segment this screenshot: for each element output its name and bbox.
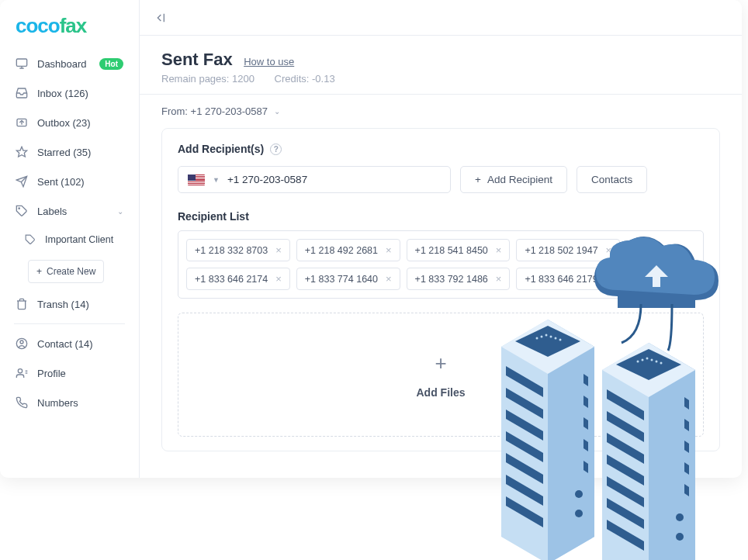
sidebar-item-label: Contact (14) — [37, 338, 123, 350]
content: Sent Fax How to use Remain pages: 1200 C… — [140, 36, 742, 478]
recipient-list: +1 218 332 8703×+1 218 492 2681×+1 218 5… — [178, 230, 704, 299]
divider — [140, 94, 742, 95]
sidebar-item-label: Starred (35) — [37, 147, 123, 158]
plus-icon: + — [36, 266, 42, 277]
remove-recipient-button[interactable]: × — [496, 244, 502, 256]
label-icon — [25, 234, 36, 245]
add-files-dropzone[interactable]: + Add Files — [178, 313, 704, 437]
sidebar-item-profile[interactable]: Profile — [0, 358, 139, 388]
collapse-sidebar-button[interactable] — [151, 7, 172, 29]
recipient-number: +1 833 792 1486 — [415, 274, 488, 285]
recipient-chip: +1 833 774 1640× — [296, 268, 400, 290]
recipient-number: +1 833 774 1640 — [305, 274, 378, 285]
sidebar-item-important-client[interactable]: Important Client — [0, 226, 139, 254]
sidebar-item-label: Labels — [37, 206, 108, 217]
recipient-number: +1 218 541 8450 — [415, 245, 488, 256]
recipient-number: +1 218 492 2681 — [305, 245, 378, 256]
plus-icon: + — [475, 174, 481, 185]
monitor-icon — [16, 57, 28, 70]
remove-recipient-button[interactable]: × — [386, 273, 392, 285]
add-recipient-label: Add Recipient — [487, 174, 552, 185]
from-label: From: +1 270-203-0587 — [161, 105, 268, 117]
recipient-number: +1 833 646 2174 — [195, 274, 268, 285]
add-recipient-button[interactable]: + Add Recipient — [460, 166, 567, 193]
star-icon — [16, 146, 28, 158]
add-files-label: Add Files — [416, 386, 465, 399]
recipient-chip: +1 833 646 2174× — [186, 268, 290, 290]
us-flag-icon — [188, 175, 205, 185]
chevron-down-icon[interactable]: ▼ — [213, 176, 220, 184]
sidebar-item-sent[interactable]: Sent (102) — [0, 167, 139, 196]
create-new-label: Create New — [47, 266, 95, 277]
main: Sent Fax How to use Remain pages: 1200 C… — [140, 0, 742, 478]
create-new-button[interactable]: + Create New — [28, 260, 104, 283]
recipient-phone-input[interactable]: ▼ — [178, 166, 451, 193]
nav: Dashboard Hot Inbox (126) Outbox (23) St… — [0, 49, 139, 478]
chevron-down-icon: ⌄ — [117, 207, 123, 216]
remove-recipient-button[interactable]: × — [386, 244, 392, 256]
svg-point-8 — [19, 208, 19, 209]
chevron-down-icon: ⌄ — [274, 107, 280, 116]
sidebar-item-label: Outbox (23) — [37, 117, 123, 129]
sidebar-item-contact[interactable]: Contact (14) — [0, 329, 139, 358]
recipient-chip: +1 218 502 1947× — [516, 239, 620, 261]
remove-recipient-button[interactable]: × — [275, 244, 282, 256]
logo: cocofax — [0, 0, 139, 49]
sidebar-item-outbox[interactable]: Outbox (23) — [0, 108, 139, 137]
sidebar-item-numbers[interactable]: Numbers — [0, 388, 139, 417]
recipient-chip: +1 218 332 8703× — [186, 239, 290, 261]
recipient-chip: +1 218 492 2681× — [296, 239, 400, 261]
contacts-button[interactable]: Contacts — [577, 166, 647, 193]
recipient-number: +1 218 332 8703 — [195, 245, 268, 256]
sidebar-item-label: Dashboard — [37, 58, 90, 70]
sidebar-item-label: Sent (102) — [37, 176, 123, 188]
recipient-chip: +1 833 792 1486× — [407, 268, 511, 290]
sidebar-item-trash[interactable]: Transh (14) — [0, 289, 139, 319]
recipient-number: +1 833 646 2179 — [525, 274, 597, 285]
add-recipients-title: Add Recipient(s) ? — [178, 143, 704, 155]
section-title-text: Add Recipient(s) — [178, 143, 264, 155]
svg-point-11 — [18, 369, 22, 373]
sidebar-item-label: Profile — [37, 368, 123, 379]
recipient-list-title: Recipient List — [178, 210, 704, 223]
recipient-chip: +1 218 541 8450× — [407, 239, 511, 261]
from-selector[interactable]: From: +1 270-203-0587 ⌄ — [161, 104, 720, 128]
sidebar-item-inbox[interactable]: Inbox (126) — [0, 78, 139, 108]
contacts-label: Contacts — [591, 174, 632, 185]
svg-marker-5 — [16, 147, 26, 157]
hot-badge: Hot — [99, 58, 123, 70]
sidebar-item-labels[interactable]: Labels ⌄ — [0, 196, 139, 226]
page-title: Sent Fax — [161, 50, 233, 69]
recipients-panel: Add Recipient(s) ? ▼ + Add Recipient Con… — [161, 128, 720, 451]
recipient-chip: +1 833 646 2179× — [516, 268, 620, 290]
remain-pages: Remain pages: 1200 — [161, 73, 255, 85]
sidebar-item-label: Transh (14) — [37, 299, 123, 310]
user-circle-icon — [16, 337, 28, 350]
sidebar-item-starred[interactable]: Starred (35) — [0, 137, 139, 167]
plus-icon: + — [435, 351, 446, 375]
recipient-number: +1 218 502 1947 — [525, 245, 597, 256]
remove-recipient-button[interactable]: × — [496, 273, 502, 285]
how-to-use-link[interactable]: How to use — [244, 56, 294, 67]
sidebar-item-label: Numbers — [37, 397, 123, 409]
page-meta: Remain pages: 1200 Credits: -0.13 — [161, 73, 720, 85]
profile-icon — [16, 367, 28, 379]
inbox-icon — [16, 87, 28, 99]
sidebar-item-dashboard[interactable]: Dashboard Hot — [0, 49, 139, 78]
credits: Credits: -0.13 — [275, 73, 335, 85]
phone-number-field[interactable] — [227, 174, 441, 185]
topbar — [140, 0, 742, 36]
divider — [14, 323, 125, 324]
remove-recipient-button[interactable]: × — [275, 273, 282, 285]
svg-rect-0 — [16, 59, 26, 66]
svg-point-10 — [20, 340, 23, 344]
page-head: Sent Fax How to use Remain pages: 1200 C… — [161, 50, 720, 85]
send-icon — [16, 175, 28, 188]
sidebar-item-label: Important Client — [45, 234, 123, 245]
help-icon[interactable]: ? — [270, 143, 282, 155]
sidebar: cocofax Dashboard Hot Inbox (126) Outbox… — [0, 0, 140, 478]
trash-icon — [16, 298, 28, 310]
phone-icon — [16, 396, 28, 409]
remove-recipient-button[interactable]: × — [606, 273, 612, 285]
remove-recipient-button[interactable]: × — [606, 244, 612, 256]
